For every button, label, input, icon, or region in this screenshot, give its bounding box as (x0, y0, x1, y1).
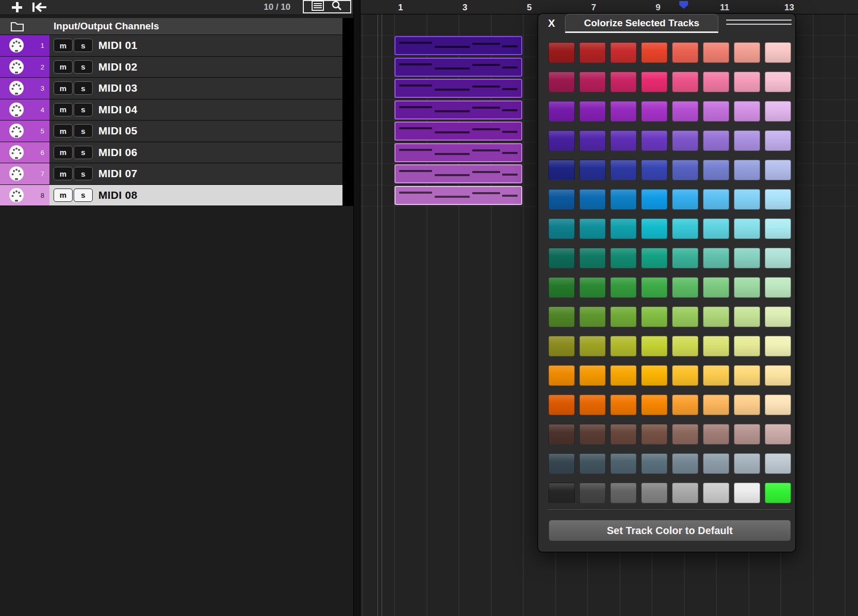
color-swatch-r3c2[interactable] (579, 101, 606, 122)
mute-button[interactable]: m (54, 81, 73, 95)
color-swatch-r16c8[interactable] (765, 483, 791, 503)
color-swatch-r5c4[interactable] (641, 160, 667, 180)
color-swatch-r7c3[interactable] (610, 218, 637, 239)
solo-button[interactable]: s (74, 60, 93, 74)
color-swatch-r9c5[interactable] (672, 277, 698, 298)
color-swatch-r15c6[interactable] (703, 453, 729, 474)
add-track-icon[interactable] (10, 1, 24, 16)
track-row-midi-03[interactable]: 3msMIDI 03 (0, 78, 353, 99)
color-swatch-r9c7[interactable] (734, 277, 760, 298)
color-swatch-r11c3[interactable] (610, 336, 637, 356)
midi-clip[interactable] (394, 122, 522, 141)
color-swatch-r16c4[interactable] (641, 483, 667, 503)
color-swatch-r4c6[interactable] (703, 130, 729, 151)
color-swatch-r3c7[interactable] (734, 101, 760, 122)
track-row-midi-08[interactable]: 8msMIDI 08 (0, 185, 353, 207)
color-swatch-r6c5[interactable] (672, 189, 698, 210)
midi-clip[interactable] (394, 36, 522, 55)
color-swatch-r9c6[interactable] (703, 277, 729, 298)
color-swatch-r12c8[interactable] (765, 365, 791, 386)
color-swatch-r12c6[interactable] (703, 365, 729, 386)
track-row-midi-07[interactable]: 7msMIDI 07 (0, 163, 353, 185)
color-swatch-r15c7[interactable] (734, 453, 760, 474)
color-swatch-r2c5[interactable] (672, 72, 698, 92)
color-swatch-r13c3[interactable] (610, 395, 637, 415)
color-swatch-r1c8[interactable] (765, 42, 791, 63)
color-swatch-r1c7[interactable] (734, 42, 760, 63)
color-swatch-r6c7[interactable] (734, 189, 760, 210)
folder-track-row[interactable]: Input/Output Channels (0, 18, 353, 35)
color-swatch-r1c4[interactable] (641, 42, 667, 63)
color-swatch-r2c7[interactable] (734, 72, 760, 92)
color-swatch-r7c5[interactable] (672, 218, 698, 239)
color-swatch-r15c4[interactable] (641, 453, 667, 474)
color-swatch-r3c8[interactable] (765, 101, 791, 122)
color-swatch-r7c4[interactable] (641, 218, 667, 239)
color-swatch-r14c1[interactable] (548, 424, 575, 444)
color-swatch-r15c2[interactable] (579, 453, 606, 474)
color-swatch-r16c7[interactable] (734, 483, 760, 503)
color-swatch-r11c1[interactable] (548, 336, 575, 356)
mute-button[interactable]: m (54, 60, 73, 74)
color-swatch-r9c2[interactable] (579, 277, 606, 298)
color-swatch-r14c5[interactable] (672, 424, 698, 444)
color-swatch-r14c2[interactable] (579, 424, 606, 444)
color-swatch-r4c1[interactable] (548, 130, 575, 151)
color-swatch-r3c1[interactable] (548, 101, 575, 122)
color-swatch-r1c6[interactable] (703, 42, 729, 63)
color-swatch-r4c5[interactable] (672, 130, 698, 151)
color-swatch-r15c3[interactable] (610, 453, 637, 474)
track-row-midi-01[interactable]: 1msMIDI 01 (0, 35, 353, 57)
color-swatch-r2c6[interactable] (703, 72, 729, 92)
color-swatch-r2c2[interactable] (579, 72, 606, 92)
midi-clip[interactable] (394, 164, 522, 183)
color-swatch-r9c1[interactable] (548, 277, 575, 298)
color-swatch-r16c1[interactable] (548, 483, 575, 503)
search-icon[interactable] (331, 0, 342, 13)
color-swatch-r12c7[interactable] (734, 365, 760, 386)
track-row-midi-05[interactable]: 5msMIDI 05 (0, 121, 353, 142)
color-swatch-r13c4[interactable] (641, 395, 667, 415)
color-swatch-r12c3[interactable] (610, 365, 637, 386)
color-swatch-r4c7[interactable] (734, 130, 760, 151)
color-swatch-r5c2[interactable] (579, 160, 606, 180)
close-icon[interactable]: X (544, 18, 559, 29)
midi-clip[interactable] (394, 79, 522, 98)
color-swatch-r9c3[interactable] (610, 277, 637, 298)
color-swatch-r3c5[interactable] (672, 101, 698, 122)
color-swatch-r10c8[interactable] (765, 306, 791, 327)
color-swatch-r9c8[interactable] (765, 277, 791, 298)
color-swatch-r6c4[interactable] (641, 189, 667, 210)
color-swatch-r14c8[interactable] (765, 424, 791, 444)
color-swatch-r5c6[interactable] (703, 160, 729, 180)
color-swatch-r1c2[interactable] (579, 42, 606, 63)
color-swatch-r8c4[interactable] (641, 248, 667, 268)
color-swatch-r5c7[interactable] (734, 160, 760, 180)
track-visibility-icon[interactable] (312, 1, 324, 13)
color-swatch-r4c3[interactable] (610, 130, 637, 151)
color-swatch-r1c5[interactable] (672, 42, 698, 63)
panel-splitter[interactable] (353, 0, 361, 616)
color-swatch-r15c8[interactable] (765, 453, 791, 474)
color-swatch-r13c6[interactable] (703, 395, 729, 415)
track-row-midi-06[interactable]: 6msMIDI 06 (0, 142, 353, 164)
color-swatch-r4c2[interactable] (579, 130, 606, 151)
mute-button[interactable]: m (54, 167, 73, 180)
color-swatch-r4c8[interactable] (765, 130, 791, 151)
color-swatch-r8c5[interactable] (672, 248, 698, 268)
color-swatch-r7c7[interactable] (734, 218, 760, 239)
color-swatch-r13c5[interactable] (672, 395, 698, 415)
solo-button[interactable]: s (74, 189, 93, 202)
color-swatch-r10c7[interactable] (734, 306, 760, 327)
color-swatch-r3c4[interactable] (641, 101, 667, 122)
color-swatch-r10c5[interactable] (672, 306, 698, 327)
color-swatch-r1c1[interactable] (548, 42, 575, 63)
color-swatch-r10c4[interactable] (641, 306, 667, 327)
color-swatch-r5c5[interactable] (672, 160, 698, 180)
solo-button[interactable]: s (74, 39, 93, 52)
color-swatch-r6c8[interactable] (765, 189, 791, 210)
color-swatch-r12c2[interactable] (579, 365, 606, 386)
color-swatch-r7c6[interactable] (703, 218, 729, 239)
color-swatch-r8c2[interactable] (579, 248, 606, 268)
color-swatch-r7c2[interactable] (579, 218, 606, 239)
